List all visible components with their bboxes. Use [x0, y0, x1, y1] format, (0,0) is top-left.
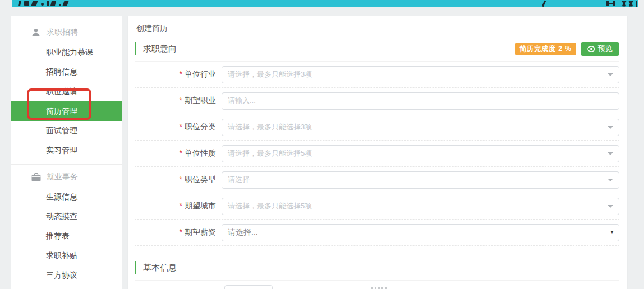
required-asterisk: *: [180, 201, 182, 210]
field-label: 单位性质: [185, 148, 216, 157]
field-industry-select[interactable]: 请选择，最多只能选择3项: [222, 66, 619, 83]
sidebar-item[interactable]: 就业信息: [11, 285, 122, 289]
clipped-form-row: [135, 281, 619, 289]
field-placeholder: 请选择，最多只能选择3项: [228, 122, 312, 132]
sidebar-group-job-recruitment[interactable]: 求职招聘: [11, 22, 122, 43]
form-row: *期望薪资 请选择... ▼: [135, 220, 619, 246]
chevron-down-icon: [608, 179, 613, 181]
required-asterisk: *: [180, 69, 182, 78]
sidebar: 求职招聘 职业能力慕课招聘信息职位邀请简历管理面试管理实习管理 就业事务 生源信…: [11, 16, 122, 289]
field-label: 期望城市: [185, 201, 216, 210]
page-title: 创建简历: [136, 24, 627, 34]
chevron-down-icon: [608, 73, 613, 76]
field-label: 期望职业: [185, 96, 216, 105]
sidebar-item[interactable]: 职位邀请: [11, 82, 122, 101]
field-placeholder: 请输入...: [228, 96, 256, 106]
field-employer-type-select[interactable]: 请选择，最多只能选择5项: [222, 145, 619, 162]
field-expected-job-input[interactable]: 请输入...: [222, 92, 619, 110]
sidebar-item[interactable]: 三方协议: [11, 265, 122, 285]
chevron-down-icon: [608, 205, 613, 208]
sidebar-item[interactable]: 招聘信息: [11, 62, 122, 82]
chevron-down-icon: [608, 126, 613, 129]
field-placeholder: 请选择，最多只能选择3项: [228, 69, 312, 80]
form-row: *期望职业 请输入...: [135, 88, 619, 114]
required-asterisk: *: [180, 148, 182, 157]
sidebar-item[interactable]: 面试管理: [11, 121, 122, 141]
topbar-clipped: [12, 0, 638, 7]
section-accent-bar: [135, 261, 136, 274]
field-placeholder: 请选择...: [228, 227, 258, 237]
sidebar-group: 求职招聘 职业能力慕课招聘信息职位邀请简历管理面试管理实习管理: [11, 22, 122, 160]
required-asterisk: *: [180, 227, 182, 236]
required-asterisk: *: [180, 175, 182, 184]
main-panel: 创建简历 求职意向 简历完成度 2 % 预览 *单位: [128, 16, 627, 289]
sidebar-divider: [11, 164, 122, 165]
field-expected-city-select[interactable]: 请选择，最多只能选择5项: [222, 198, 619, 215]
field-placeholder: 请选择: [228, 175, 250, 185]
required-asterisk: *: [180, 96, 182, 105]
form-row: *职位分类 请选择，最多只能选择3项: [135, 114, 619, 141]
eye-icon: [587, 46, 595, 52]
field-label: 职位分类: [185, 122, 216, 131]
section-basic-info: 基本信息: [135, 259, 619, 289]
sidebar-item[interactable]: 实习管理: [11, 141, 122, 160]
field-label: 期望薪资: [185, 227, 216, 236]
form-row: *单位行业 请选择，最多只能选择3项: [135, 62, 619, 88]
form-row: *单位性质 请选择，最多只能选择5项: [135, 141, 619, 167]
chevron-down-icon: [608, 152, 613, 155]
field-expected-salary-select[interactable]: 请选择... ▼: [222, 224, 619, 241]
user-icon: [30, 28, 42, 37]
select-arrow-icon: ▼: [610, 230, 614, 235]
sidebar-item[interactable]: 职业能力慕课: [11, 43, 122, 62]
field-placeholder: 请选择，最多只能选择5项: [228, 148, 312, 159]
required-asterisk: *: [180, 122, 182, 131]
section-accent-bar: [135, 42, 136, 55]
field-position-type-select[interactable]: 请选择: [222, 171, 619, 189]
form-row: *职位类型 请选择: [135, 167, 619, 193]
field-job-category-select[interactable]: 请选择，最多只能选择3项: [222, 119, 619, 136]
field-placeholder: 请选择，最多只能选择5项: [228, 201, 312, 211]
sidebar-item[interactable]: 求职补贴: [11, 246, 122, 265]
preview-button[interactable]: 预览: [581, 42, 619, 56]
section-title: 求职意向: [143, 44, 177, 54]
sidebar-item[interactable]: 推荐表: [11, 226, 122, 246]
sidebar-item[interactable]: 动态摸查: [11, 207, 122, 226]
clipped-input[interactable]: [224, 285, 273, 289]
sidebar-item-active[interactable]: 简历管理: [11, 101, 122, 121]
form-row: *期望城市 请选择，最多只能选择5项: [135, 193, 619, 220]
resume-completeness-badge: 简历完成度 2 %: [515, 43, 576, 55]
field-label: 单位行业: [185, 69, 216, 78]
sidebar-item[interactable]: 生源信息: [11, 187, 122, 207]
sidebar-group-employment-affairs[interactable]: 就业事务: [11, 167, 122, 187]
section-title: 基本信息: [143, 263, 177, 273]
sidebar-group: 就业事务 生源信息动态摸查推荐表求职补贴三方协议就业信息: [11, 167, 122, 289]
field-label: 职位类型: [185, 175, 216, 184]
briefcase-icon: [30, 173, 42, 181]
section-job-intention: 求职意向 简历完成度 2 % 预览 *单位行业 请选择，最多只能: [135, 40, 619, 246]
